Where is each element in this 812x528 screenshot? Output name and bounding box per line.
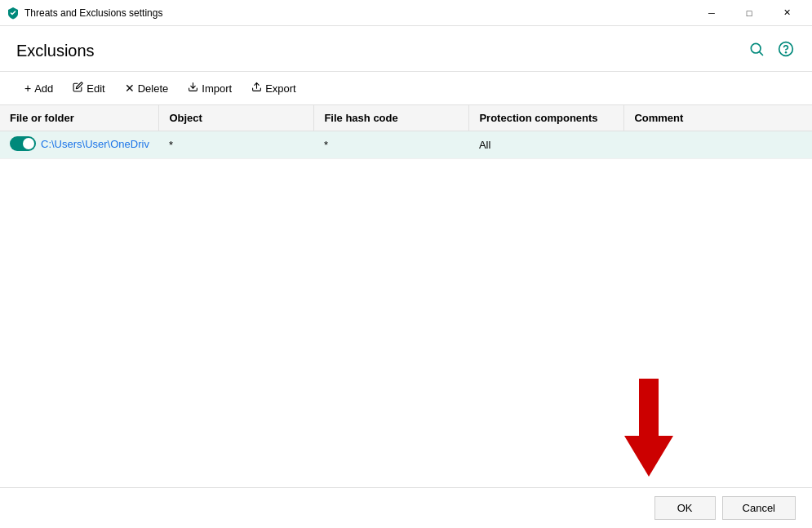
exclusions-table: File or folder Object File hash code Pro… bbox=[0, 105, 812, 159]
edit-button[interactable]: Edit bbox=[64, 78, 113, 98]
cell-file-or-folder: C:\Users\User\OneDriv bbox=[0, 131, 159, 159]
export-button[interactable]: Export bbox=[243, 78, 304, 98]
row-toggle[interactable] bbox=[10, 136, 36, 151]
header-actions bbox=[747, 39, 796, 63]
close-button[interactable]: ✕ bbox=[768, 0, 805, 26]
cancel-button[interactable]: Cancel bbox=[722, 496, 796, 520]
footer-container: OK Cancel bbox=[0, 487, 812, 528]
col-comment: Comment bbox=[624, 105, 812, 131]
main-content: Exclusions + Add bbox=[0, 26, 812, 528]
col-file-hash-code: File hash code bbox=[314, 105, 469, 131]
col-file-or-folder: File or folder bbox=[0, 105, 159, 131]
app-icon bbox=[7, 7, 20, 20]
export-label: Export bbox=[265, 82, 296, 95]
help-button[interactable] bbox=[776, 39, 796, 63]
title-bar: Threats and Exclusions settings ─ □ ✕ bbox=[0, 0, 812, 26]
col-object: Object bbox=[159, 105, 314, 131]
svg-point-0 bbox=[751, 43, 761, 53]
minimize-button[interactable]: ─ bbox=[693, 0, 730, 26]
edit-icon bbox=[73, 82, 83, 95]
delete-button[interactable]: ✕ Delete bbox=[117, 78, 177, 98]
cell-file-hash-code: * bbox=[314, 131, 469, 159]
import-icon bbox=[188, 82, 198, 95]
export-icon bbox=[251, 82, 262, 95]
edit-label: Edit bbox=[87, 82, 104, 95]
cell-comment bbox=[624, 131, 812, 159]
maximize-button[interactable]: □ bbox=[730, 0, 768, 26]
toolbar: + Add Edit ✕ Delete I bbox=[0, 72, 812, 105]
import-label: Import bbox=[202, 82, 232, 95]
table-header-row: File or folder Object File hash code Pro… bbox=[0, 105, 812, 131]
add-icon: + bbox=[24, 82, 31, 95]
add-button[interactable]: + Add bbox=[16, 78, 61, 98]
import-button[interactable]: Import bbox=[180, 78, 240, 98]
page-title: Exclusions bbox=[16, 42, 95, 60]
table-row[interactable]: C:\Users\User\OneDriv **All bbox=[0, 131, 812, 159]
delete-icon: ✕ bbox=[125, 82, 135, 95]
add-label: Add bbox=[34, 82, 53, 95]
delete-label: Delete bbox=[138, 82, 169, 95]
search-button[interactable] bbox=[747, 39, 766, 63]
col-protection-components: Protection components bbox=[469, 105, 624, 131]
cell-protection-components: All bbox=[469, 131, 624, 159]
file-path: C:\Users\User\OneDriv bbox=[41, 138, 149, 150]
ok-button[interactable]: OK bbox=[654, 496, 716, 520]
page-header: Exclusions bbox=[0, 26, 812, 72]
exclusions-table-container: File or folder Object File hash code Pro… bbox=[0, 105, 812, 487]
cell-object: * bbox=[159, 131, 314, 159]
window-title: Threats and Exclusions settings bbox=[24, 7, 693, 19]
window-controls: ─ □ ✕ bbox=[693, 0, 805, 26]
footer: OK Cancel bbox=[0, 487, 812, 528]
svg-line-1 bbox=[760, 52, 763, 55]
